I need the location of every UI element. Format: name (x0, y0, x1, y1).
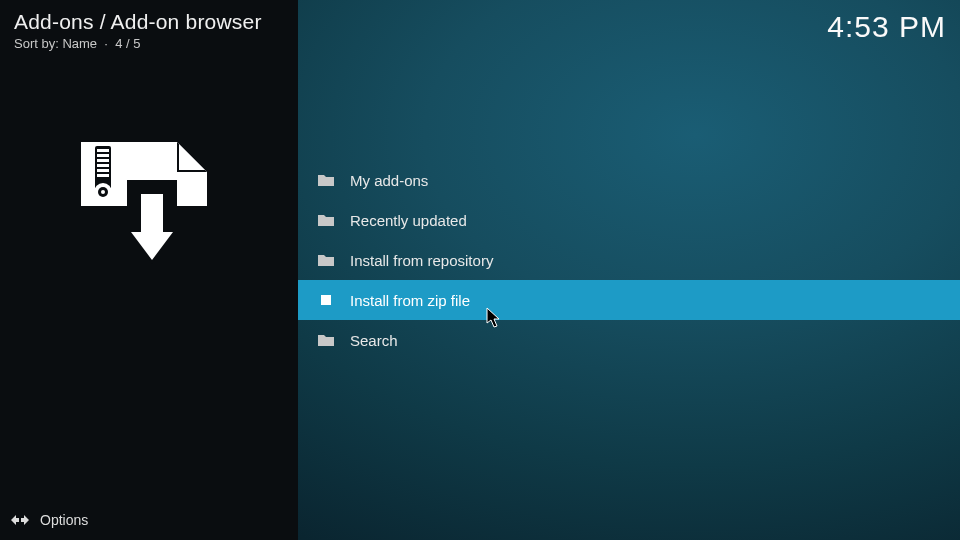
menu-item-label: Install from zip file (350, 292, 470, 309)
menu-item-label: Recently updated (350, 212, 467, 229)
footer: Options (0, 500, 298, 540)
svg-rect-5 (97, 169, 109, 172)
folder-icon (316, 330, 336, 350)
svg-rect-3 (97, 159, 109, 162)
menu-item-label: Install from repository (350, 252, 493, 269)
menu-item-search[interactable]: Search (298, 320, 960, 360)
menu-list: My add-ons Recently updated Install from… (298, 160, 960, 360)
svg-rect-4 (97, 164, 109, 167)
breadcrumb: Add-ons / Add-on browser (14, 10, 262, 34)
menu-item-recently-updated[interactable]: Recently updated (298, 200, 960, 240)
folder-icon (316, 250, 336, 270)
svg-rect-1 (97, 149, 109, 152)
svg-point-9 (101, 190, 105, 194)
menu-item-my-addons[interactable]: My add-ons (298, 160, 960, 200)
options-icon[interactable] (10, 510, 30, 530)
svg-marker-18 (21, 515, 29, 525)
menu-item-install-zip[interactable]: Install from zip file (298, 280, 960, 320)
clock: 4:53 PM (827, 10, 946, 44)
svg-rect-6 (97, 174, 109, 177)
svg-rect-2 (97, 154, 109, 157)
svg-rect-16 (321, 295, 331, 305)
header: Add-ons / Add-on browser Sort by: Name ·… (14, 10, 946, 51)
zip-install-icon (77, 138, 217, 272)
menu-item-label: Search (350, 332, 398, 349)
menu-item-install-repository[interactable]: Install from repository (298, 240, 960, 280)
folder-icon (316, 210, 336, 230)
menu-item-label: My add-ons (350, 172, 428, 189)
options-label[interactable]: Options (40, 512, 88, 528)
file-icon (316, 290, 336, 310)
svg-marker-17 (11, 515, 19, 525)
sort-indicator: Sort by: Name · 4 / 5 (14, 36, 262, 51)
sidebar (0, 0, 298, 540)
folder-icon (316, 170, 336, 190)
